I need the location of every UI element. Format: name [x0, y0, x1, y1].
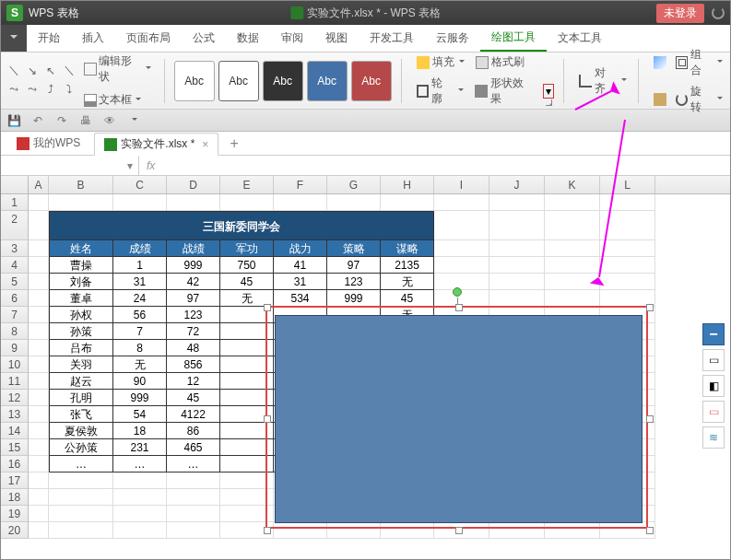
edit-shape-button[interactable]: 编辑形状: [80, 52, 155, 87]
cell[interactable]: [29, 406, 49, 423]
col-header[interactable]: B: [49, 176, 113, 193]
select-all-corner[interactable]: [1, 176, 29, 193]
cell[interactable]: [29, 439, 49, 456]
row-header[interactable]: 3: [1, 240, 29, 257]
tab-mywps[interactable]: 我的WPS: [6, 132, 90, 155]
cell[interactable]: [113, 194, 167, 211]
select-button[interactable]: [652, 46, 668, 79]
cell[interactable]: [29, 456, 49, 472]
panel-chart-icon[interactable]: ▭: [702, 401, 725, 423]
app-menu-dropdown[interactable]: [1, 25, 27, 52]
style-preset-2[interactable]: Abc: [218, 61, 259, 101]
cell[interactable]: [29, 307, 49, 323]
row-header[interactable]: 5: [1, 274, 29, 290]
col-header[interactable]: L: [600, 176, 655, 193]
cell[interactable]: [29, 340, 49, 356]
cell[interactable]: [29, 274, 49, 290]
cell[interactable]: [434, 211, 489, 240]
cell[interactable]: [434, 274, 489, 290]
shape-selection-box[interactable]: [265, 306, 648, 529]
resize-handle[interactable]: [264, 415, 271, 423]
tab-视图[interactable]: 视图: [314, 25, 359, 52]
panel-collapse-button[interactable]: −: [702, 323, 725, 345]
row-header[interactable]: 17: [1, 472, 29, 489]
cell[interactable]: [49, 194, 113, 211]
cell[interactable]: [167, 522, 220, 539]
tab-云服务[interactable]: 云服务: [425, 25, 480, 52]
col-header[interactable]: A: [29, 176, 49, 193]
cell[interactable]: [49, 489, 113, 506]
cell[interactable]: [489, 211, 545, 240]
rectangle-shape[interactable]: [275, 315, 643, 523]
cell[interactable]: [489, 274, 545, 290]
fill-button[interactable]: 填充: [415, 53, 466, 71]
qat-preview-icon[interactable]: 👁: [102, 113, 117, 128]
cell[interactable]: [167, 489, 220, 506]
tab-开始[interactable]: 开始: [27, 25, 71, 52]
col-header[interactable]: J: [489, 176, 545, 193]
shape-effects-button[interactable]: 形状效果: [473, 75, 536, 108]
tab-页面布局[interactable]: 页面布局: [115, 25, 182, 52]
style-preset-5[interactable]: Abc: [351, 61, 392, 101]
resize-handle[interactable]: [264, 527, 271, 534]
shape-lines-gallery[interactable]: ＼↘↖＼ ⤳⤳⤴⤵: [6, 64, 77, 99]
cell[interactable]: [381, 194, 434, 211]
resize-handle[interactable]: [646, 527, 654, 534]
tab-绘图工具[interactable]: 绘图工具: [480, 25, 547, 52]
col-header[interactable]: K: [545, 176, 600, 193]
row-header[interactable]: 4: [1, 257, 29, 274]
panel-shape-icon[interactable]: ▭: [702, 349, 725, 371]
row-header[interactable]: 18: [1, 489, 29, 506]
cell[interactable]: [545, 290, 600, 307]
tab-文本工具[interactable]: 文本工具: [547, 25, 613, 52]
row-header[interactable]: 2: [1, 211, 29, 240]
tab-数据[interactable]: 数据: [226, 25, 270, 52]
refresh-icon[interactable]: [712, 6, 725, 19]
resize-handle[interactable]: [455, 527, 463, 534]
cell[interactable]: [434, 257, 489, 274]
cell[interactable]: [489, 194, 545, 211]
qat-redo-icon[interactable]: ↷: [54, 113, 69, 128]
row-header[interactable]: 8: [1, 323, 29, 340]
row-header[interactable]: 20: [1, 522, 29, 539]
cell[interactable]: [29, 390, 49, 406]
tab-审阅[interactable]: 审阅: [270, 25, 314, 52]
cell[interactable]: [600, 257, 655, 274]
resize-handle[interactable]: [455, 304, 463, 311]
dialog-launcher[interactable]: [543, 97, 552, 106]
cell[interactable]: [600, 274, 655, 290]
textbox-button[interactable]: 文本框: [80, 90, 155, 110]
cell[interactable]: [29, 194, 49, 211]
cell[interactable]: [29, 323, 49, 340]
cell[interactable]: [545, 194, 600, 211]
row-header[interactable]: 19: [1, 506, 29, 522]
cell[interactable]: [29, 373, 49, 390]
qat-save-icon[interactable]: 💾: [6, 113, 21, 128]
tab-开发工具[interactable]: 开发工具: [359, 25, 425, 52]
cell[interactable]: [29, 489, 49, 506]
cell[interactable]: [29, 290, 49, 307]
cell[interactable]: [113, 522, 167, 539]
group-button[interactable]: 组合: [674, 46, 725, 79]
outline-button[interactable]: 轮廓: [415, 75, 466, 108]
cell[interactable]: [29, 423, 49, 439]
cell[interactable]: [545, 211, 600, 240]
cell[interactable]: [600, 240, 655, 257]
cell[interactable]: [167, 194, 220, 211]
panel-fill-icon[interactable]: ◧: [702, 375, 725, 397]
cell[interactable]: [29, 472, 49, 489]
login-button[interactable]: 未登录: [656, 4, 704, 23]
col-header[interactable]: E: [220, 176, 274, 193]
row-header[interactable]: 9: [1, 340, 29, 356]
col-header[interactable]: I: [434, 176, 489, 193]
cell[interactable]: [49, 472, 113, 489]
style-preset-1[interactable]: Abc: [174, 61, 215, 101]
col-header[interactable]: G: [327, 176, 381, 193]
col-header[interactable]: H: [381, 176, 434, 193]
row-header[interactable]: 12: [1, 390, 29, 406]
formula-input[interactable]: [162, 156, 730, 175]
row-header[interactable]: 14: [1, 423, 29, 439]
cell[interactable]: [113, 472, 167, 489]
cell[interactable]: [489, 240, 545, 257]
tab-公式[interactable]: 公式: [182, 25, 226, 52]
